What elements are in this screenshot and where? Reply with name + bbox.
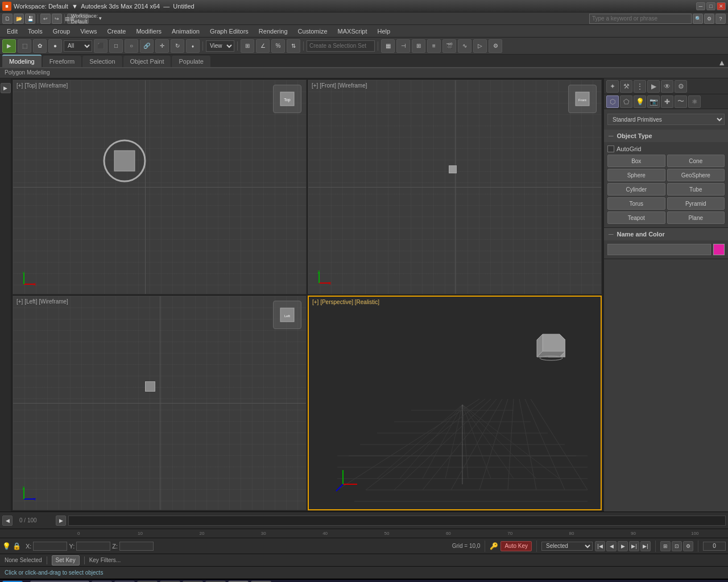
- redo-btn[interactable]: ↪: [52, 14, 62, 24]
- obj-btn-pyramid[interactable]: Pyramid: [667, 197, 725, 210]
- move-tool[interactable]: ✛: [155, 39, 169, 53]
- selection-set-input[interactable]: [307, 40, 375, 52]
- tab-modeling[interactable]: Modeling: [2, 55, 42, 67]
- menu-edit[interactable]: Edit: [2, 27, 22, 36]
- tab-populate[interactable]: Populate: [172, 56, 210, 67]
- next-frame-btn[interactable]: ▶|: [629, 541, 639, 551]
- key-filters-btn[interactable]: Key Filters...: [89, 557, 121, 563]
- obj-btn-cone[interactable]: Cone: [667, 155, 725, 167]
- cameras-icon[interactable]: 📷: [647, 95, 660, 108]
- obj-btn-box[interactable]: Box: [607, 155, 665, 167]
- render-btn[interactable]: ▷: [473, 39, 487, 53]
- set-key-btn[interactable]: Set Key: [52, 555, 80, 566]
- align-btn[interactable]: ⊞: [412, 39, 425, 53]
- hierarchy-panel-icon[interactable]: ⋮: [634, 80, 646, 93]
- timeline-forward-btn[interactable]: ▶: [56, 516, 66, 526]
- utilities-panel-icon[interactable]: ⚙: [675, 80, 687, 93]
- spinner-snap[interactable]: ⇅: [287, 39, 300, 53]
- object-type-header[interactable]: ─ Object Type: [604, 130, 728, 142]
- top-nav-cube[interactable]: Top: [273, 85, 301, 113]
- obj-btn-cylinder[interactable]: Cylinder: [607, 183, 665, 196]
- view-select[interactable]: View: [206, 40, 234, 52]
- viewport-perspective[interactable]: [+] [Perspective] [Realistic]: [308, 296, 602, 510]
- tab-object-paint[interactable]: Object Paint: [123, 56, 171, 67]
- lights-icon[interactable]: 💡: [634, 95, 646, 108]
- sel-circle[interactable]: ○: [125, 39, 138, 53]
- x-input[interactable]: [33, 542, 67, 551]
- persp-nav-cube[interactable]: [531, 329, 565, 363]
- menu-animation[interactable]: Animation: [167, 27, 204, 36]
- menu-customize[interactable]: Customize: [293, 27, 332, 36]
- menu-tools[interactable]: Tools: [23, 27, 47, 36]
- select-lasso-tool[interactable]: ✿: [33, 39, 47, 53]
- menu-modifiers[interactable]: Modifiers: [131, 27, 166, 36]
- create-panel-icon[interactable]: ✦: [606, 80, 619, 93]
- systems-icon[interactable]: ⚛: [688, 95, 701, 108]
- percent-snap[interactable]: %: [271, 39, 285, 53]
- menu-group[interactable]: Group: [48, 27, 75, 36]
- selected-dropdown[interactable]: Selected: [541, 542, 593, 551]
- snap-toggle[interactable]: ⊞: [241, 39, 254, 53]
- anim-time-btn[interactable]: ⊡: [672, 541, 682, 551]
- open-btn[interactable]: 📂: [14, 14, 24, 24]
- name-color-header[interactable]: ─ Name and Color: [604, 228, 728, 240]
- obj-btn-sphere[interactable]: Sphere: [607, 169, 665, 181]
- ribbon-close-btn[interactable]: ▲: [718, 58, 726, 67]
- obj-btn-teapot[interactable]: Teapot: [607, 211, 665, 224]
- timeline-track[interactable]: [68, 516, 726, 526]
- named-sel-btn[interactable]: ▦: [381, 39, 395, 53]
- display-panel-icon[interactable]: 👁: [661, 80, 673, 93]
- search-btn[interactable]: 🔍: [693, 14, 703, 24]
- scale-tool[interactable]: ⬧: [186, 39, 200, 53]
- tab-freeform[interactable]: Freeform: [43, 56, 82, 67]
- mirror-btn[interactable]: ⊣: [396, 39, 410, 53]
- obj-btn-plane[interactable]: Plane: [667, 211, 725, 224]
- motion-panel-icon[interactable]: ▶: [647, 80, 660, 93]
- color-swatch[interactable]: [713, 244, 725, 255]
- object-name-input[interactable]: [607, 244, 711, 255]
- curves-btn[interactable]: ∿: [458, 39, 471, 53]
- select-region-tool[interactable]: ⬚: [18, 39, 31, 53]
- obj-btn-tube[interactable]: Tube: [667, 183, 725, 196]
- maximize-btn[interactable]: □: [706, 2, 715, 10]
- render-setup-btn[interactable]: ⚙: [489, 39, 502, 53]
- sel-filter-btn[interactable]: ⬛: [94, 39, 107, 53]
- anim-cfg-btn[interactable]: ⚙: [683, 541, 693, 551]
- front-nav-cube[interactable]: Front: [568, 85, 597, 113]
- go-end-btn[interactable]: ▶|: [640, 541, 651, 551]
- minimize-btn[interactable]: ─: [696, 2, 705, 10]
- filter-select[interactable]: All: [64, 40, 92, 52]
- autogrid-checkbox[interactable]: [607, 146, 614, 152]
- settings-btn[interactable]: ⚙: [704, 14, 714, 24]
- track-expand[interactable]: ▶: [1, 83, 11, 93]
- auto-key-btn[interactable]: Auto Key: [500, 541, 532, 551]
- menu-rendering[interactable]: Rendering: [254, 27, 292, 36]
- angle-snap[interactable]: ∠: [256, 39, 270, 53]
- frame-input[interactable]: [703, 542, 726, 551]
- menu-create[interactable]: Create: [102, 27, 130, 36]
- search-input[interactable]: [589, 14, 692, 24]
- select-tool[interactable]: ▶: [2, 39, 16, 53]
- category-dropdown[interactable]: Standard Primitives: [607, 114, 725, 125]
- obj-btn-geosphere[interactable]: GeoSphere: [667, 169, 725, 181]
- menu-views[interactable]: Views: [76, 27, 101, 36]
- y-input[interactable]: [76, 542, 110, 551]
- geometry-icon[interactable]: ⬡: [606, 95, 619, 108]
- play-btn[interactable]: ▶: [618, 541, 628, 551]
- shapes-icon[interactable]: ⬠: [620, 95, 632, 108]
- menu-maxscript[interactable]: MAXScript: [333, 27, 372, 36]
- new-btn[interactable]: 🗋: [2, 14, 13, 24]
- tab-selection[interactable]: Selection: [82, 56, 122, 67]
- anim-mode-btn[interactable]: ⊞: [660, 541, 671, 551]
- go-start-btn[interactable]: |◀: [595, 541, 605, 551]
- viewport-left[interactable]: Y Z [+] [Left] [Wireframe] Left: [13, 296, 307, 510]
- z-input[interactable]: [119, 542, 154, 551]
- left-nav-cube[interactable]: Left: [273, 301, 301, 329]
- rotate-tool[interactable]: ↻: [171, 39, 184, 53]
- undo-btn[interactable]: ↩: [40, 14, 51, 24]
- close-btn[interactable]: ✕: [717, 2, 726, 10]
- link-tool[interactable]: 🔗: [140, 39, 154, 53]
- timeline-back-btn[interactable]: ◀: [2, 516, 13, 526]
- viewport-top[interactable]: X Y [+] [Top] [Wireframe] Top: [13, 80, 307, 294]
- save-btn[interactable]: 💾: [25, 14, 35, 24]
